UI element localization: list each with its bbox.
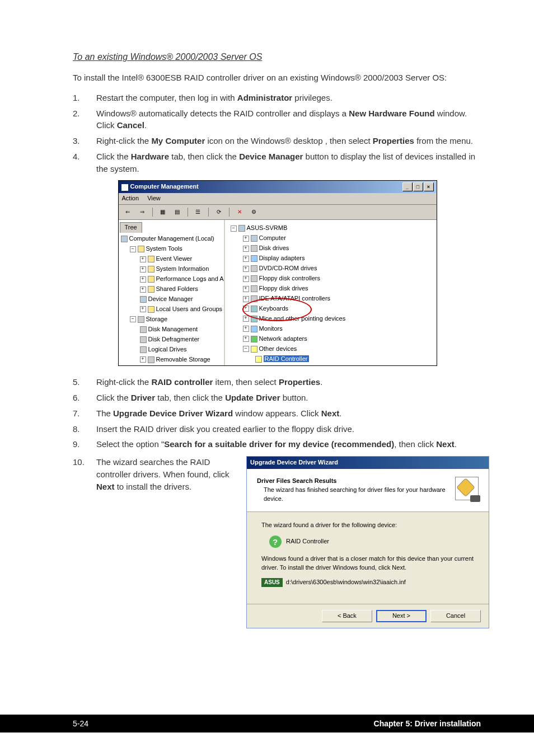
device-node[interactable]: +Ports (COM & LPT) bbox=[226, 364, 435, 366]
device-node-selected[interactable]: RAID Controller bbox=[226, 354, 435, 364]
step-item: 8.Insert the RAID driver disk you create… bbox=[73, 423, 481, 435]
tree-node[interactable]: +Shared Folders bbox=[120, 284, 223, 294]
step-number: 7. bbox=[73, 407, 96, 420]
tree-node[interactable]: Disk Defragmenter bbox=[120, 335, 223, 345]
device-label: Display adapters bbox=[259, 255, 305, 261]
step-body: Insert the RAID driver disk you created … bbox=[96, 423, 481, 435]
close-button[interactable]: × bbox=[424, 182, 434, 191]
toolbar-refresh-icon[interactable]: ⟳ bbox=[213, 206, 224, 218]
expand-icon[interactable]: + bbox=[243, 256, 249, 262]
minimize-button[interactable]: _ bbox=[402, 182, 413, 191]
expand-icon[interactable]: + bbox=[140, 256, 146, 262]
tree-label: Removable Storage bbox=[156, 356, 210, 363]
device-node[interactable]: +IDE ATA/ATAPI controllers bbox=[226, 294, 435, 304]
expand-icon[interactable]: + bbox=[243, 336, 249, 342]
expand-icon[interactable]: + bbox=[140, 306, 146, 312]
expand-icon[interactable]: + bbox=[140, 287, 146, 293]
window-title-text: Computer Management bbox=[130, 183, 199, 190]
device-node[interactable]: +Network adapters bbox=[226, 334, 435, 344]
expand-icon[interactable]: + bbox=[243, 296, 249, 302]
device-node[interactable]: +DVD/CD-ROM drives bbox=[226, 264, 435, 274]
tree-node[interactable]: +Performance Logs and Alerts bbox=[120, 274, 223, 284]
toolbar-fwd-icon[interactable]: ⇒ bbox=[137, 206, 148, 218]
menu-action[interactable]: Action bbox=[122, 195, 139, 201]
tree-icon bbox=[148, 276, 154, 283]
wizard-titlebar: Upgrade Device Driver Wizard bbox=[247, 457, 489, 469]
tree-node[interactable]: +Services and Applications bbox=[120, 365, 223, 366]
window-titlebar: Computer Management _ □ × bbox=[119, 181, 437, 193]
tree-node[interactable]: Computer Management (Local) bbox=[120, 234, 223, 244]
toolbar-props-icon[interactable]: ☰ bbox=[193, 206, 204, 218]
expand-icon[interactable]: + bbox=[140, 356, 146, 363]
tree-icon bbox=[148, 286, 154, 293]
device-node[interactable]: +Disk drives bbox=[226, 243, 435, 253]
tree-node[interactable]: Logical Drives bbox=[120, 345, 223, 355]
next-button[interactable]: Next > bbox=[376, 610, 427, 622]
menubar[interactable]: Action View bbox=[119, 193, 437, 205]
toolbar-x-icon[interactable]: ✕ bbox=[234, 206, 245, 218]
device-node[interactable]: +Mice and other pointing devices bbox=[226, 314, 435, 324]
expand-icon[interactable]: + bbox=[243, 266, 249, 272]
expand-icon[interactable]: − bbox=[130, 316, 136, 322]
step-body: The Upgrade Device Driver Wizard window … bbox=[96, 407, 481, 420]
device-node[interactable]: +Floppy disk drives bbox=[226, 284, 435, 294]
tree-node[interactable]: −Storage bbox=[120, 314, 223, 325]
device-label: DVD/CD-ROM drives bbox=[259, 265, 317, 271]
tree-label: Computer Management (Local) bbox=[129, 235, 214, 242]
step-number: 4. bbox=[73, 151, 96, 175]
wizard-found-label: The wizard found a driver for the follow… bbox=[261, 521, 474, 530]
device-icon bbox=[251, 326, 257, 332]
step-item: 4.Click the Hardware tab, then click the… bbox=[73, 151, 481, 175]
toolbar-up-icon[interactable]: ▦ bbox=[157, 206, 168, 218]
expand-icon[interactable]: + bbox=[243, 236, 249, 242]
device-label: Floppy disk controllers bbox=[259, 275, 320, 281]
wizard-button-row: < Back Next > Cancel bbox=[247, 604, 489, 628]
device-node[interactable]: +Computer bbox=[226, 233, 435, 243]
left-tree-pane[interactable]: Tree Computer Management (Local)−System … bbox=[119, 220, 225, 365]
device-tree-root[interactable]: −ASUS-SVRMB bbox=[226, 223, 435, 233]
tree-node[interactable]: −System Tools bbox=[120, 244, 223, 254]
maximize-button[interactable]: □ bbox=[413, 182, 423, 191]
tree-node[interactable]: +Removable Storage bbox=[120, 355, 223, 365]
device-icon bbox=[251, 336, 257, 342]
menu-view[interactable]: View bbox=[147, 195, 161, 201]
toolbar-scan-icon[interactable]: ⚙ bbox=[249, 206, 260, 218]
tree-label: Storage bbox=[146, 316, 168, 322]
tree-node[interactable]: +System Information bbox=[120, 264, 223, 274]
expand-icon[interactable]: + bbox=[243, 316, 249, 322]
expand-icon[interactable]: + bbox=[243, 326, 249, 332]
device-node[interactable]: +Floppy disk controllers bbox=[226, 274, 435, 284]
expand-icon[interactable]: − bbox=[130, 246, 136, 252]
expand-icon[interactable]: + bbox=[243, 306, 249, 312]
cancel-button[interactable]: Cancel bbox=[430, 610, 481, 622]
device-node[interactable]: +Keyboards bbox=[226, 304, 435, 314]
expand-icon[interactable]: + bbox=[140, 266, 146, 273]
wizard-note: Windows found a driver that is a closer … bbox=[261, 555, 474, 572]
device-node[interactable]: +Monitors bbox=[226, 324, 435, 334]
device-tree-pane[interactable]: −ASUS-SVRMB +Computer+Disk drives+Displa… bbox=[225, 220, 437, 365]
device-icon bbox=[251, 235, 257, 242]
expand-icon[interactable]: + bbox=[243, 246, 249, 252]
tree-label: Disk Defragmenter bbox=[148, 336, 200, 342]
device-node[interactable]: −Other devices bbox=[226, 344, 435, 354]
expand-icon[interactable]: + bbox=[140, 276, 146, 283]
step-number: 3. bbox=[73, 135, 96, 147]
wizard-path-text: d:\drivers\6300esb\windows\win32\iaaich.… bbox=[286, 578, 406, 587]
expand-icon[interactable]: + bbox=[243, 276, 249, 282]
back-button[interactable]: < Back bbox=[322, 610, 372, 622]
expand-icon[interactable]: − bbox=[243, 346, 249, 352]
chapter-title: Chapter 5: Driver installation bbox=[374, 718, 481, 729]
step-item: 1.Restart the computer, then log in with… bbox=[73, 92, 481, 104]
tree-node[interactable]: Disk Management bbox=[120, 325, 223, 335]
device-label: Disk drives bbox=[259, 245, 289, 251]
device-node[interactable]: +Display adapters bbox=[226, 253, 435, 264]
expand-icon[interactable]: + bbox=[243, 286, 249, 292]
tree-tab[interactable]: Tree bbox=[120, 222, 142, 233]
tree-label: Logical Drives bbox=[148, 346, 187, 353]
toolbar-back-icon[interactable]: ⇐ bbox=[122, 206, 133, 218]
tree-node[interactable]: +Event Viewer bbox=[120, 254, 223, 264]
tree-node[interactable]: Device Manager bbox=[120, 294, 223, 304]
tree-icon bbox=[148, 256, 154, 262]
toolbar-list-icon[interactable]: ▤ bbox=[172, 206, 183, 218]
tree-node[interactable]: +Local Users and Groups bbox=[120, 304, 223, 314]
